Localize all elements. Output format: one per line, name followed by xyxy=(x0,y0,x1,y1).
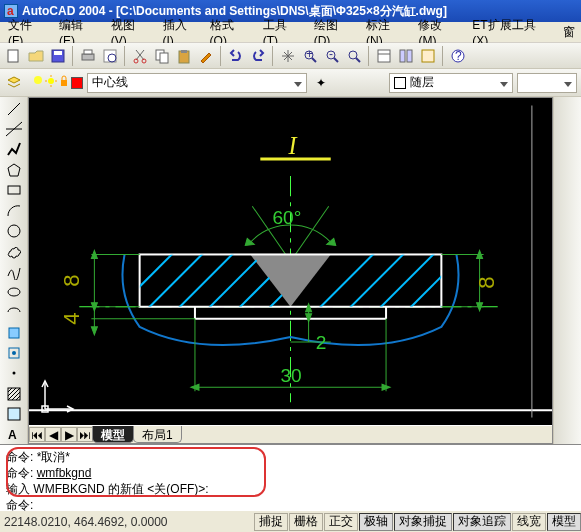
polygon-icon[interactable] xyxy=(4,160,24,179)
plot-preview-icon[interactable] xyxy=(100,46,120,66)
circle-icon[interactable] xyxy=(4,221,24,240)
properties-icon[interactable] xyxy=(374,46,394,66)
svg-marker-38 xyxy=(8,164,20,176)
tab-model[interactable]: 模型 xyxy=(92,426,134,443)
polar-toggle[interactable]: 极轴 xyxy=(359,513,393,531)
color-combo[interactable]: 随层 xyxy=(389,73,513,93)
layer-lock-icon[interactable] xyxy=(58,75,70,90)
zoom-realtime-icon[interactable]: + xyxy=(300,46,320,66)
ortho-toggle[interactable]: 正交 xyxy=(324,513,358,531)
pan-icon[interactable] xyxy=(278,46,298,66)
bylayer-swatch xyxy=(394,77,406,89)
layer-manager-icon[interactable] xyxy=(4,73,24,93)
tab-next-icon[interactable]: ▶ xyxy=(61,427,77,442)
rectangle-icon[interactable] xyxy=(4,180,24,199)
svg-line-76 xyxy=(331,267,482,418)
model-toggle[interactable]: 模型 xyxy=(547,513,581,531)
svg-rect-39 xyxy=(8,186,20,194)
tab-first-icon[interactable]: ⏮ xyxy=(29,427,45,442)
osnap-toggle[interactable]: 对象捕捉 xyxy=(394,513,452,531)
layer-combo[interactable]: 中心线 xyxy=(87,73,307,93)
undo-icon[interactable] xyxy=(226,46,246,66)
region-icon[interactable] xyxy=(4,404,24,423)
open-icon[interactable] xyxy=(26,46,46,66)
save-icon[interactable] xyxy=(48,46,68,66)
svg-point-8 xyxy=(142,59,146,63)
dim-8-right: 8 xyxy=(474,276,499,288)
svg-line-48 xyxy=(8,388,16,396)
svg-point-29 xyxy=(48,78,54,84)
menu-bar: 文件(F) 编辑(E) 视图(V) 插入(I) 格式(O) 工具(T) 绘图(D… xyxy=(0,22,581,43)
svg-text:+: + xyxy=(306,48,313,61)
svg-rect-25 xyxy=(422,50,434,62)
paste-icon[interactable] xyxy=(174,46,194,66)
zoom-window-icon[interactable]: - xyxy=(322,46,342,66)
insert-block-icon[interactable] xyxy=(4,323,24,342)
tab-layout1[interactable]: 布局1 xyxy=(133,426,182,443)
arc-icon[interactable] xyxy=(4,201,24,220)
svg-rect-21 xyxy=(378,50,390,62)
dim-angle: 60° xyxy=(272,207,301,228)
ellipse-arc-icon[interactable] xyxy=(4,303,24,322)
revcloud-icon[interactable] xyxy=(4,242,24,261)
print-icon[interactable] xyxy=(78,46,98,66)
spline-icon[interactable] xyxy=(4,262,24,281)
svg-point-7 xyxy=(134,59,138,63)
svg-text:A: A xyxy=(8,428,17,442)
svg-marker-59 xyxy=(250,254,330,306)
line-icon[interactable] xyxy=(4,99,24,118)
xline-icon[interactable] xyxy=(4,119,24,138)
grid-toggle[interactable]: 栅格 xyxy=(289,513,323,531)
svg-rect-3 xyxy=(82,54,94,60)
svg-rect-23 xyxy=(400,50,405,62)
tab-prev-icon[interactable]: ◀ xyxy=(45,427,61,442)
command-window[interactable]: 命令: *取消* 命令: wmfbkgnd 输入 WMFBKGND 的新值 <关… xyxy=(0,444,581,510)
redo-icon[interactable] xyxy=(248,46,268,66)
ucs-icon xyxy=(37,377,77,417)
coordinates: 22148.0210, 464.4692, 0.0000 xyxy=(0,515,253,529)
draw-toolbar: A xyxy=(0,97,28,444)
standard-toolbar: + - ? xyxy=(0,43,581,69)
otrack-toggle[interactable]: 对象追踪 xyxy=(453,513,511,531)
layer-combo-value: 中心线 xyxy=(92,74,128,91)
drawing-svg: I 60° xyxy=(29,98,552,425)
svg-point-28 xyxy=(34,76,42,84)
dim-8-left: 8 xyxy=(59,274,84,286)
ellipse-icon[interactable] xyxy=(4,282,24,301)
svg-rect-11 xyxy=(179,51,189,63)
zoom-prev-icon[interactable] xyxy=(344,46,364,66)
linetype-combo[interactable] xyxy=(517,73,577,93)
pline-icon[interactable] xyxy=(4,140,24,159)
svg-rect-1 xyxy=(52,50,64,62)
svg-rect-10 xyxy=(160,53,168,63)
help-icon[interactable]: ? xyxy=(448,46,468,66)
make-block-icon[interactable] xyxy=(4,343,24,362)
svg-line-20 xyxy=(356,58,360,62)
match-icon[interactable] xyxy=(196,46,216,66)
svg-rect-24 xyxy=(407,50,412,62)
copy-icon[interactable] xyxy=(152,46,172,66)
snap-toggle[interactable]: 捕捉 xyxy=(254,513,288,531)
layer-bulb-icon[interactable] xyxy=(32,75,44,90)
lwt-toggle[interactable]: 线宽 xyxy=(512,513,546,531)
layer-color-swatch[interactable] xyxy=(71,77,83,89)
svg-point-6 xyxy=(108,54,116,62)
point-icon[interactable] xyxy=(4,364,24,383)
new-icon[interactable] xyxy=(4,46,24,66)
toolpalette-icon[interactable] xyxy=(418,46,438,66)
designcenter-icon[interactable] xyxy=(396,46,416,66)
prev-layer-icon[interactable]: ✦ xyxy=(311,73,331,93)
tab-last-icon[interactable]: ⏭ xyxy=(77,427,93,442)
layer-sun-icon[interactable] xyxy=(45,75,57,90)
text-icon[interactable]: A xyxy=(4,425,24,444)
cut-icon[interactable] xyxy=(130,46,150,66)
dim-30: 30 xyxy=(280,365,301,386)
menu-window[interactable]: 窗 xyxy=(557,22,581,43)
svg-text:-: - xyxy=(329,48,333,61)
drawing-area[interactable]: I 60° xyxy=(28,97,553,444)
hatch-icon[interactable] xyxy=(4,384,24,403)
app-icon xyxy=(4,4,18,18)
svg-line-50 xyxy=(12,392,20,400)
svg-line-78 xyxy=(361,297,512,425)
svg-point-26 xyxy=(452,50,464,62)
